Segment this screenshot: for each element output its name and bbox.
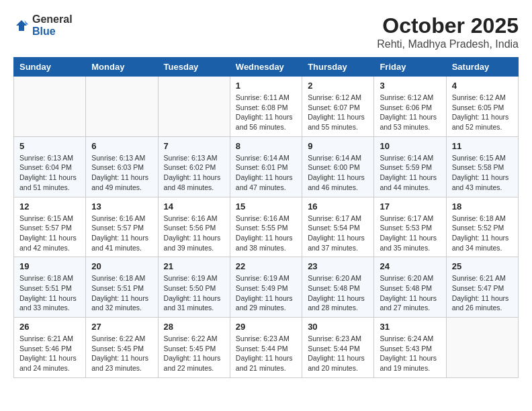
calendar-week-row: 5Sunrise: 6:13 AM Sunset: 6:04 PM Daylig… bbox=[14, 136, 519, 197]
calendar-cell: 2Sunrise: 6:12 AM Sunset: 6:07 PM Daylig… bbox=[302, 77, 374, 137]
day-number: 24 bbox=[380, 261, 440, 271]
day-number: 28 bbox=[164, 322, 224, 332]
day-info: Sunrise: 6:22 AM Sunset: 5:45 PM Dayligh… bbox=[91, 334, 152, 373]
calendar-week-row: 12Sunrise: 6:15 AM Sunset: 5:57 PM Dayli… bbox=[14, 197, 519, 257]
day-info: Sunrise: 6:16 AM Sunset: 5:56 PM Dayligh… bbox=[164, 214, 224, 253]
day-number: 20 bbox=[91, 261, 152, 271]
day-number: 9 bbox=[308, 141, 368, 151]
day-number: 13 bbox=[91, 201, 152, 212]
logo-text-blue: Blue bbox=[32, 26, 56, 37]
day-info: Sunrise: 6:14 AM Sunset: 5:59 PM Dayligh… bbox=[380, 153, 440, 193]
month-title: October 2025 bbox=[377, 13, 519, 38]
calendar-cell bbox=[86, 77, 158, 137]
day-info: Sunrise: 6:16 AM Sunset: 5:55 PM Dayligh… bbox=[236, 214, 296, 253]
calendar-cell bbox=[14, 77, 86, 137]
location-title: Rehti, Madhya Pradesh, India bbox=[377, 38, 519, 50]
day-info: Sunrise: 6:18 AM Sunset: 5:52 PM Dayligh… bbox=[452, 214, 513, 253]
calendar-cell: 3Sunrise: 6:12 AM Sunset: 6:06 PM Daylig… bbox=[374, 77, 446, 137]
weekday-header-tuesday: Tuesday bbox=[158, 58, 230, 77]
calendar-cell: 18Sunrise: 6:18 AM Sunset: 5:52 PM Dayli… bbox=[446, 197, 518, 257]
calendar-cell: 29Sunrise: 6:23 AM Sunset: 5:44 PM Dayli… bbox=[230, 318, 302, 378]
calendar-cell: 10Sunrise: 6:14 AM Sunset: 5:59 PM Dayli… bbox=[374, 136, 446, 197]
day-info: Sunrise: 6:13 AM Sunset: 6:03 PM Dayligh… bbox=[91, 153, 152, 193]
calendar-cell: 7Sunrise: 6:13 AM Sunset: 6:02 PM Daylig… bbox=[158, 136, 230, 197]
calendar-cell: 24Sunrise: 6:20 AM Sunset: 5:48 PM Dayli… bbox=[374, 257, 446, 318]
calendar-cell: 4Sunrise: 6:12 AM Sunset: 6:05 PM Daylig… bbox=[446, 77, 518, 137]
calendar-week-row: 26Sunrise: 6:21 AM Sunset: 5:46 PM Dayli… bbox=[14, 318, 519, 378]
calendar-cell: 1Sunrise: 6:11 AM Sunset: 6:08 PM Daylig… bbox=[230, 77, 302, 137]
day-number: 16 bbox=[308, 201, 368, 212]
day-number: 10 bbox=[380, 141, 440, 151]
logo: General Blue bbox=[13, 13, 73, 38]
weekday-header-row: SundayMondayTuesdayWednesdayThursdayFrid… bbox=[14, 58, 519, 77]
day-info: Sunrise: 6:14 AM Sunset: 6:00 PM Dayligh… bbox=[308, 153, 368, 193]
weekday-header-sunday: Sunday bbox=[14, 58, 86, 77]
day-number: 17 bbox=[380, 201, 440, 212]
day-number: 2 bbox=[308, 81, 368, 91]
day-number: 25 bbox=[452, 261, 513, 271]
day-info: Sunrise: 6:22 AM Sunset: 5:45 PM Dayligh… bbox=[164, 334, 224, 373]
day-number: 21 bbox=[164, 261, 224, 271]
calendar-cell: 9Sunrise: 6:14 AM Sunset: 6:00 PM Daylig… bbox=[302, 136, 374, 197]
day-number: 1 bbox=[236, 81, 296, 91]
day-info: Sunrise: 6:15 AM Sunset: 5:58 PM Dayligh… bbox=[452, 153, 513, 193]
page-header: General Blue October 2025 Rehti, Madhya … bbox=[13, 13, 519, 50]
weekday-header-monday: Monday bbox=[86, 58, 158, 77]
calendar-cell: 26Sunrise: 6:21 AM Sunset: 5:46 PM Dayli… bbox=[14, 318, 86, 378]
weekday-header-thursday: Thursday bbox=[302, 58, 374, 77]
day-number: 29 bbox=[236, 322, 296, 332]
calendar-cell: 19Sunrise: 6:18 AM Sunset: 5:51 PM Dayli… bbox=[14, 257, 86, 318]
day-info: Sunrise: 6:21 AM Sunset: 5:47 PM Dayligh… bbox=[452, 273, 513, 313]
day-number: 3 bbox=[380, 81, 440, 91]
weekday-header-wednesday: Wednesday bbox=[230, 58, 302, 77]
day-number: 23 bbox=[308, 261, 368, 271]
calendar-cell: 6Sunrise: 6:13 AM Sunset: 6:03 PM Daylig… bbox=[86, 136, 158, 197]
calendar-week-row: 19Sunrise: 6:18 AM Sunset: 5:51 PM Dayli… bbox=[14, 257, 519, 318]
calendar-cell: 11Sunrise: 6:15 AM Sunset: 5:58 PM Dayli… bbox=[446, 136, 518, 197]
calendar-cell: 20Sunrise: 6:18 AM Sunset: 5:51 PM Dayli… bbox=[86, 257, 158, 318]
day-number: 30 bbox=[308, 322, 368, 332]
day-number: 7 bbox=[164, 141, 224, 151]
day-info: Sunrise: 6:14 AM Sunset: 6:01 PM Dayligh… bbox=[236, 153, 296, 193]
day-info: Sunrise: 6:16 AM Sunset: 5:57 PM Dayligh… bbox=[91, 214, 152, 253]
day-number: 27 bbox=[91, 322, 152, 332]
day-number: 8 bbox=[236, 141, 296, 151]
day-info: Sunrise: 6:18 AM Sunset: 5:51 PM Dayligh… bbox=[19, 273, 80, 313]
day-info: Sunrise: 6:13 AM Sunset: 6:02 PM Dayligh… bbox=[164, 153, 224, 193]
calendar-cell: 25Sunrise: 6:21 AM Sunset: 5:47 PM Dayli… bbox=[446, 257, 518, 318]
calendar-cell: 31Sunrise: 6:24 AM Sunset: 5:43 PM Dayli… bbox=[374, 318, 446, 378]
day-info: Sunrise: 6:12 AM Sunset: 6:07 PM Dayligh… bbox=[308, 93, 368, 132]
day-number: 22 bbox=[236, 261, 296, 271]
calendar-cell: 16Sunrise: 6:17 AM Sunset: 5:54 PM Dayli… bbox=[302, 197, 374, 257]
day-info: Sunrise: 6:21 AM Sunset: 5:46 PM Dayligh… bbox=[19, 334, 80, 373]
weekday-header-friday: Friday bbox=[374, 58, 446, 77]
calendar-cell bbox=[446, 318, 518, 378]
calendar-cell: 23Sunrise: 6:20 AM Sunset: 5:48 PM Dayli… bbox=[302, 257, 374, 318]
weekday-header-saturday: Saturday bbox=[446, 58, 518, 77]
calendar-cell: 15Sunrise: 6:16 AM Sunset: 5:55 PM Dayli… bbox=[230, 197, 302, 257]
calendar-cell: 14Sunrise: 6:16 AM Sunset: 5:56 PM Dayli… bbox=[158, 197, 230, 257]
day-number: 19 bbox=[19, 261, 80, 271]
day-number: 5 bbox=[19, 141, 80, 151]
calendar-cell: 27Sunrise: 6:22 AM Sunset: 5:45 PM Dayli… bbox=[86, 318, 158, 378]
day-number: 11 bbox=[452, 141, 513, 151]
day-info: Sunrise: 6:20 AM Sunset: 5:48 PM Dayligh… bbox=[308, 273, 368, 313]
day-number: 14 bbox=[164, 201, 224, 212]
day-info: Sunrise: 6:11 AM Sunset: 6:08 PM Dayligh… bbox=[236, 93, 296, 132]
day-number: 31 bbox=[380, 322, 440, 332]
calendar-cell: 12Sunrise: 6:15 AM Sunset: 5:57 PM Dayli… bbox=[14, 197, 86, 257]
logo-text-general: General bbox=[32, 13, 73, 25]
calendar-cell: 13Sunrise: 6:16 AM Sunset: 5:57 PM Dayli… bbox=[86, 197, 158, 257]
calendar-cell: 8Sunrise: 6:14 AM Sunset: 6:01 PM Daylig… bbox=[230, 136, 302, 197]
day-number: 15 bbox=[236, 201, 296, 212]
day-number: 6 bbox=[91, 141, 152, 151]
day-info: Sunrise: 6:17 AM Sunset: 5:54 PM Dayligh… bbox=[308, 214, 368, 253]
day-info: Sunrise: 6:12 AM Sunset: 6:05 PM Dayligh… bbox=[452, 93, 513, 132]
logo-icon bbox=[13, 17, 30, 34]
day-info: Sunrise: 6:24 AM Sunset: 5:43 PM Dayligh… bbox=[380, 334, 440, 373]
day-info: Sunrise: 6:12 AM Sunset: 6:06 PM Dayligh… bbox=[380, 93, 440, 132]
day-number: 4 bbox=[452, 81, 513, 91]
day-info: Sunrise: 6:23 AM Sunset: 5:44 PM Dayligh… bbox=[308, 334, 368, 373]
day-info: Sunrise: 6:20 AM Sunset: 5:48 PM Dayligh… bbox=[380, 273, 440, 313]
day-info: Sunrise: 6:18 AM Sunset: 5:51 PM Dayligh… bbox=[91, 273, 152, 313]
